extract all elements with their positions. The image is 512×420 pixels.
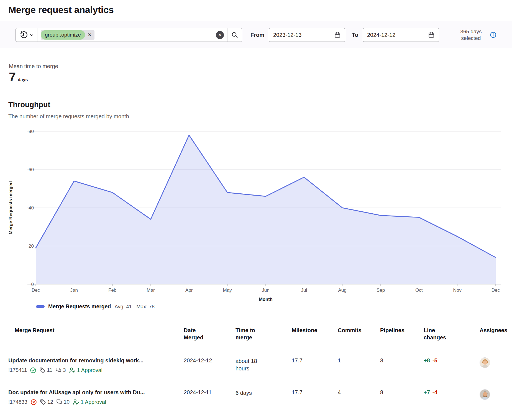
table-row: Update documentation for removing sideki… xyxy=(8,349,507,381)
page-title: Merge request analytics xyxy=(8,4,504,15)
labels-count: 11 xyxy=(47,367,52,373)
filter-token-label: group::optimize xyxy=(41,30,85,40)
svg-text:20: 20 xyxy=(29,244,34,249)
svg-text:Sep: Sep xyxy=(377,288,385,293)
filter-token[interactable]: group::optimize ✕ xyxy=(41,30,94,40)
comments-icon xyxy=(55,367,62,373)
approvals-count: 1 Approval xyxy=(77,367,103,373)
to-date-input[interactable]: 2024-12-12 xyxy=(363,28,439,42)
svg-text:Jun: Jun xyxy=(262,288,269,293)
col-header-milestone: Milestone xyxy=(292,321,338,349)
comments-count: 10 xyxy=(64,399,70,405)
labels-count-group: 11 xyxy=(39,367,52,373)
page-header: Merge request analytics xyxy=(0,0,512,21)
mean-time-unit: days xyxy=(18,77,28,82)
col-header-pipelines: Pipelines xyxy=(380,321,424,349)
approvals-group: 1 Approval xyxy=(69,367,103,373)
calendar-icon xyxy=(334,32,341,38)
search-icon xyxy=(231,32,238,38)
days-selected-text: 365 days selected xyxy=(455,28,487,42)
additions: +7 xyxy=(424,389,430,395)
pipelines-cell: 3 xyxy=(380,349,424,381)
clear-search-button[interactable]: ✕ xyxy=(216,31,224,39)
deletions: -4 xyxy=(432,389,437,395)
merge-request-table: Merge Request Date Merged Time to merge … xyxy=(8,321,507,413)
person-check-icon xyxy=(73,399,79,405)
filtered-search: group::optimize ✕ ✕ xyxy=(16,28,242,42)
search-history-button[interactable] xyxy=(16,28,37,42)
search-input[interactable]: group::optimize ✕ ✕ xyxy=(37,28,227,42)
table-row: Doc update for AiUsage api only for user… xyxy=(8,381,507,413)
comments-count-group: 3 xyxy=(55,367,66,373)
svg-text:80: 80 xyxy=(29,129,34,134)
time-to-merge-cell: about 18 hours xyxy=(235,349,292,381)
svg-text:0: 0 xyxy=(31,282,34,287)
svg-text:Month: Month xyxy=(259,297,272,302)
mean-time-value: 7 xyxy=(9,70,16,84)
throughput-chart-svg: 806040200DecJanFebMarAprMayJunJulAugSepO… xyxy=(8,121,502,302)
commits-cell: 1 xyxy=(338,349,380,381)
legend-label: Merge Requests merged xyxy=(48,303,111,310)
days-selected-wrap: 365 days selected xyxy=(455,28,496,42)
filter-bar: group::optimize ✕ ✕ From 2023-12-13 To 2… xyxy=(0,21,512,48)
col-header-commits: Commits xyxy=(338,321,380,349)
approvals-count: 1 Approval xyxy=(81,399,106,405)
col-header-date-merged: Date Merged xyxy=(184,321,235,349)
additions: +8 xyxy=(424,357,430,363)
milestone-cell: 17.7 xyxy=(292,381,338,413)
throughput-subtitle: The number of merge requests merged by m… xyxy=(8,113,512,120)
mr-id: !174833 xyxy=(8,399,27,405)
assignee-avatar[interactable] xyxy=(480,357,490,368)
svg-text:Apr: Apr xyxy=(185,288,193,293)
svg-text:Aug: Aug xyxy=(338,288,347,293)
col-header-time-to-merge: Time to merge xyxy=(235,321,292,349)
legend-swatch xyxy=(36,305,45,308)
svg-text:60: 60 xyxy=(29,167,34,172)
time-to-merge-cell: 6 days xyxy=(235,381,292,413)
info-icon[interactable] xyxy=(490,32,496,38)
token-close-icon[interactable]: ✕ xyxy=(88,32,92,37)
tag-icon xyxy=(39,367,45,373)
date-merged-cell: 2024-12-11 xyxy=(184,381,235,413)
col-header-merge-request: Merge Request xyxy=(8,321,184,349)
history-icon xyxy=(19,31,28,39)
comments-count: 3 xyxy=(63,367,66,373)
mean-time-label: Mean time to merge xyxy=(9,63,512,70)
throughput-chart: 806040200DecJanFebMarAprMayJunJulAugSepO… xyxy=(8,121,502,302)
commits-cell: 4 xyxy=(338,381,380,413)
from-date-value: 2023-12-13 xyxy=(273,32,301,38)
chart-legend: Merge Requests merged Avg: 41 · Max: 78 xyxy=(36,302,512,311)
check-circle-icon[interactable] xyxy=(30,367,36,373)
milestone-cell: 17.7 xyxy=(292,349,338,381)
assignees-cell xyxy=(480,381,507,413)
svg-text:Dec: Dec xyxy=(491,288,500,293)
line-changes-cell: +8-5 xyxy=(424,349,480,381)
tag-icon xyxy=(40,399,46,405)
assignee-avatar[interactable] xyxy=(480,389,490,400)
mean-time-stat: Mean time to merge 7 days xyxy=(9,63,512,84)
svg-text:Merge Requests merged: Merge Requests merged xyxy=(8,181,13,234)
svg-text:Jan: Jan xyxy=(70,288,78,293)
from-date-input[interactable]: 2023-12-13 xyxy=(269,28,345,42)
labels-count-group: 12 xyxy=(40,399,53,405)
line-changes-cell: +7-4 xyxy=(424,381,480,413)
mr-title-link[interactable]: Doc update for AiUsage api only for user… xyxy=(8,389,184,396)
comments-icon xyxy=(56,399,62,405)
calendar-icon xyxy=(428,32,435,38)
mr-title-link[interactable]: Update documentation for removing sideki… xyxy=(8,357,184,364)
to-date-value: 2024-12-12 xyxy=(367,32,395,38)
deletions: -5 xyxy=(432,357,437,363)
person-check-icon xyxy=(69,367,75,373)
from-label: From xyxy=(250,32,264,38)
svg-text:Nov: Nov xyxy=(453,288,462,293)
svg-text:Feb: Feb xyxy=(108,288,116,293)
col-header-assignees: Assignees xyxy=(480,321,507,349)
svg-text:May: May xyxy=(223,288,232,293)
pipelines-cell: 8 xyxy=(380,381,424,413)
x-circle-icon[interactable] xyxy=(30,399,37,405)
throughput-heading: Throughput xyxy=(8,101,512,109)
svg-text:Mar: Mar xyxy=(147,288,155,293)
table-header-row: Merge Request Date Merged Time to merge … xyxy=(8,321,507,349)
search-button[interactable] xyxy=(227,28,242,42)
svg-text:Jul: Jul xyxy=(301,288,307,293)
